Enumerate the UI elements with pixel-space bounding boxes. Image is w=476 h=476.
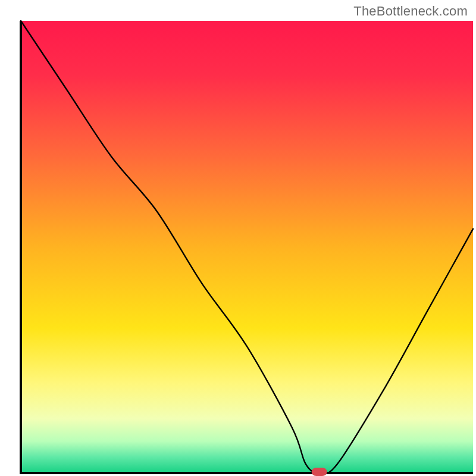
watermark-text: TheBottleneck.com [353, 4, 468, 19]
plot-background [21, 21, 473, 473]
optimum-marker [312, 468, 327, 476]
bottleneck-chart: TheBottleneck.com [0, 0, 476, 476]
chart-svg [0, 0, 476, 476]
